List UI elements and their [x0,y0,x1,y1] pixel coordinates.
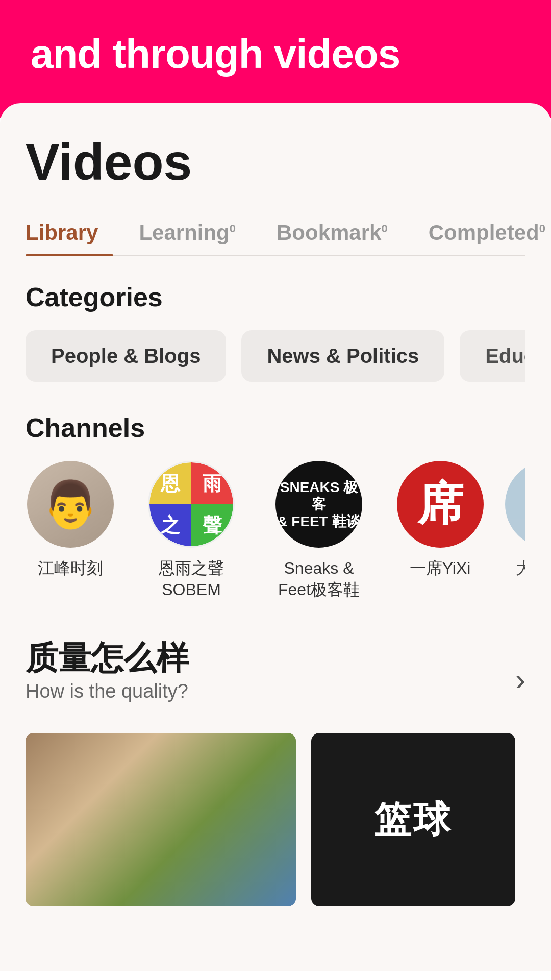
tab-library[interactable]: Library [26,210,113,255]
channel-name-yixi: 一席YiXi [410,558,471,579]
channel-sneaks[interactable]: SNEAKS 极客& FEET 鞋谈 Sneaks & Feet极客鞋 [268,461,370,600]
channel-enyuzhi[interactable]: 恩 雨 之 聲 恩雨之聲 SOBEM [140,461,242,600]
channel-yixi[interactable]: 席 一席YiXi [395,461,485,600]
quality-main-title: 质量怎么样 [26,636,189,680]
tabs-container: Library Learning0 Bookmark0 Completed0 [26,210,525,256]
header-banner-text: and through videos [31,31,400,77]
main-card: Videos Library Learning0 Bookmark0 Compl… [0,103,551,971]
categories-row: People & Blogs News & Politics Educ... [26,330,525,382]
channel-name-enyuzhi: 恩雨之聲 SOBEM [159,558,224,600]
thumbnail-sports-text: 篮球 [374,795,452,844]
channel-avatar-dakang: 🏟️ [505,461,525,548]
channel-dakang[interactable]: 🏟️ 大康有话 [510,461,525,600]
channels-section-title: Channels [26,412,525,443]
category-chip-people-blogs[interactable]: People & Blogs [26,330,226,382]
tab-bookmark[interactable]: Bookmark0 [277,210,403,255]
quality-arrow-icon[interactable]: › [515,662,525,697]
channel-jiangfeng[interactable]: 👨 江峰时刻 [26,461,115,600]
channel-name-jiangfeng: 江峰时刻 [38,558,103,579]
channel-avatar-enyuzhi: 恩 雨 之 聲 [148,461,235,548]
category-chip-education[interactable]: Educ... [460,330,525,382]
channels-row: 👨 江峰时刻 恩 雨 之 聲 恩雨之聲 SOBEM SNEAKS 极客& FEE… [26,461,525,600]
thumbnail-sports[interactable]: 篮球 [311,733,515,906]
categories-section-title: Categories [26,282,525,312]
thumbnails-row: 篮球 [26,733,525,906]
channel-avatar-sneaks: SNEAKS 极客& FEET 鞋谈 [276,461,362,548]
channel-avatar-yixi: 席 [397,461,484,548]
thumbnail-landscape[interactable] [26,733,296,906]
tab-learning[interactable]: Learning0 [139,210,251,255]
category-chip-news-politics[interactable]: News & Politics [241,330,444,382]
tab-completed[interactable]: Completed0 [429,210,551,255]
channel-name-sneaks: Sneaks & Feet极客鞋 [278,558,360,600]
page-title: Videos [26,134,525,190]
header-banner: and through videos [0,0,551,118]
channel-name-dakang: 大康有话 [516,558,525,579]
channel-avatar-jiangfeng: 👨 [27,461,114,548]
quality-section-header: 质量怎么样 How is the quality? › [26,636,525,723]
quality-subtitle: How is the quality? [26,680,189,702]
quality-title-group: 质量怎么样 How is the quality? [26,636,189,723]
